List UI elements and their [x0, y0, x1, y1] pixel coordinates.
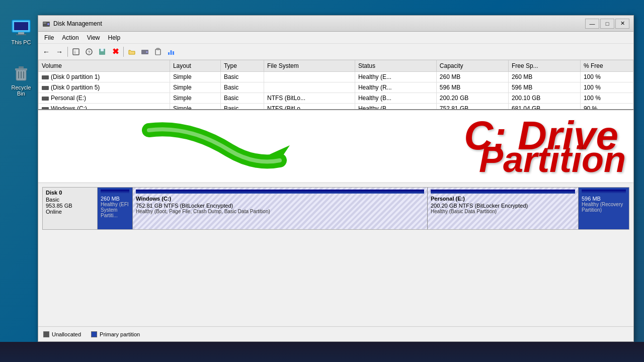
cell-pct-free: 90 %	[580, 104, 633, 111]
svg-point-11	[47, 23, 49, 25]
toolbar-open[interactable]	[126, 46, 138, 58]
title-bar-disk-icon	[42, 20, 50, 28]
col-type: Type	[220, 60, 264, 72]
svg-rect-1	[14, 22, 28, 30]
disk-0-partitions: 260 MB Healthy (EFI System Partiti... Wi…	[98, 187, 629, 230]
efi-topbar	[101, 190, 129, 194]
table-row[interactable]: (Disk 0 partition 5) Simple Basic Health…	[39, 82, 633, 93]
close-button[interactable]: ✕	[615, 19, 629, 29]
cell-pct-free: 100 %	[580, 93, 633, 104]
cell-filesystem: NTFS (BitLo...	[264, 93, 355, 104]
toolbar: ← → i ? ✖	[38, 44, 633, 60]
svg-rect-3	[16, 34, 26, 35]
legend-primary-box	[91, 331, 97, 337]
col-capacity: Capacity	[436, 60, 508, 72]
cell-layout: Simple	[170, 82, 220, 93]
svg-rect-2	[18, 32, 24, 34]
title-bar-text: Disk Management	[53, 20, 585, 27]
recovery-status: Healthy (Recovery Partition)	[582, 202, 626, 213]
this-pc-icon	[11, 17, 31, 37]
toolbar-sep-2	[123, 47, 124, 57]
disk-table-container[interactable]: Volume Layout Type File System Status Ca…	[38, 60, 633, 110]
toolbar-forward[interactable]: →	[53, 46, 65, 58]
legend-primary: Primary partition	[91, 331, 140, 337]
disk-0-size: 953.85 GB	[46, 203, 94, 209]
col-filesystem: File System	[264, 60, 355, 72]
svg-rect-6	[19, 66, 24, 68]
desktop: This PC Recycle Bin Disk Management — □	[0, 0, 644, 362]
efi-status: Healthy (EFI System Partiti...	[101, 202, 129, 218]
svg-rect-23	[168, 52, 170, 55]
partition-efi[interactable]: 260 MB Healthy (EFI System Partiti...	[98, 188, 133, 229]
toolbar-back[interactable]: ←	[40, 46, 52, 58]
svg-rect-24	[171, 50, 172, 55]
table-row[interactable]: Personal (E:) Simple Basic NTFS (BitLo..…	[39, 93, 633, 104]
menu-file[interactable]: File	[40, 33, 58, 42]
toolbar-chart[interactable]	[165, 46, 177, 58]
title-bar-buttons: — □ ✕	[585, 19, 629, 29]
table-header-row: Volume Layout Type File System Status Ca…	[39, 60, 633, 72]
disk-table: Volume Layout Type File System Status Ca…	[38, 60, 633, 110]
cell-volume: Windows (C:)	[39, 104, 170, 111]
partition-windows-c[interactable]: Windows (C:) 752.81 GB NTFS (BitLocker E…	[133, 188, 428, 229]
minimize-button[interactable]: —	[585, 19, 599, 29]
cell-free: 200.10 GB	[508, 93, 580, 104]
cell-type: Basic	[220, 82, 264, 93]
col-pct-free: % Free	[580, 60, 633, 72]
table-row[interactable]: (Disk 0 partition 1) Simple Basic Health…	[39, 72, 633, 82]
efi-size: 260 MB	[101, 196, 129, 202]
cell-status: Healthy (R...	[355, 82, 436, 93]
windows-status: Healthy (Boot, Page File, Crash Dump, Ba…	[136, 209, 424, 214]
svg-rect-22	[156, 48, 159, 50]
personal-name: Personal (E:)	[431, 196, 575, 202]
svg-rect-13	[73, 49, 79, 55]
toolbar-properties[interactable]: i	[70, 46, 82, 58]
legend-primary-label: Primary partition	[100, 331, 140, 337]
menu-help[interactable]: Help	[104, 33, 125, 42]
desktop-icon-recycle-bin[interactable]: Recycle Bin	[5, 60, 37, 99]
toolbar-save[interactable]	[96, 46, 108, 58]
svg-point-20	[146, 51, 148, 53]
cell-pct-free: 100 %	[580, 72, 633, 82]
desktop-icon-this-pc[interactable]: This PC	[5, 15, 37, 47]
cell-free: 260 MB	[508, 72, 580, 82]
cell-layout: Simple	[170, 104, 220, 111]
legend-bar: Unallocated Primary partition	[38, 326, 633, 341]
cell-pct-free: 100 %	[580, 82, 633, 93]
disk-0-status: Online	[46, 209, 94, 215]
legend-unallocated: Unallocated	[43, 331, 81, 337]
main-content: Volume Layout Type File System Status Ca…	[38, 60, 633, 341]
cell-layout: Simple	[170, 72, 220, 82]
title-bar: Disk Management — □ ✕	[38, 16, 633, 32]
taskbar	[0, 342, 644, 362]
table-row[interactable]: Windows (C:) Simple Basic NTFS (BitLo...…	[39, 104, 633, 111]
col-status: Status	[355, 60, 436, 72]
toolbar-help[interactable]: ?	[83, 46, 95, 58]
windows-name: Windows (C:)	[136, 196, 424, 202]
cell-filesystem: NTFS (BitLo...	[264, 104, 355, 111]
menu-action[interactable]: Action	[58, 33, 83, 42]
svg-text:?: ?	[88, 50, 91, 55]
cell-type: Basic	[220, 104, 264, 111]
toolbar-sep-1	[67, 47, 68, 57]
col-free-space: Free Sp...	[508, 60, 580, 72]
cell-capacity: 752.81 GB	[436, 104, 508, 111]
toolbar-clipboard[interactable]	[152, 46, 164, 58]
cell-filesystem	[264, 82, 355, 93]
toolbar-disk[interactable]	[139, 46, 151, 58]
cell-status: Healthy (B...	[355, 104, 436, 111]
partition-personal-e[interactable]: Personal (E:) 200.20 GB NTFS (BitLocker …	[428, 188, 579, 229]
menu-bar: File Action View Help	[38, 32, 633, 44]
recovery-topbar	[582, 190, 626, 194]
maximize-button[interactable]: □	[600, 19, 614, 29]
toolbar-cancel[interactable]: ✖	[109, 46, 121, 58]
recovery-size: 596 MB	[582, 196, 626, 202]
disk-0-row: Disk 0 Basic 953.85 GB Online 260 MB Hea…	[42, 187, 629, 230]
menu-view[interactable]: View	[83, 33, 104, 42]
disk-0-type: Basic	[46, 197, 94, 203]
cell-free: 596 MB	[508, 82, 580, 93]
partition-annotation-text: Partition	[479, 139, 626, 180]
svg-rect-5	[15, 68, 27, 70]
disk-map-area: Disk 0 Basic 953.85 GB Online 260 MB Hea…	[38, 183, 633, 237]
partition-recovery[interactable]: 596 MB Healthy (Recovery Partition)	[579, 188, 629, 229]
